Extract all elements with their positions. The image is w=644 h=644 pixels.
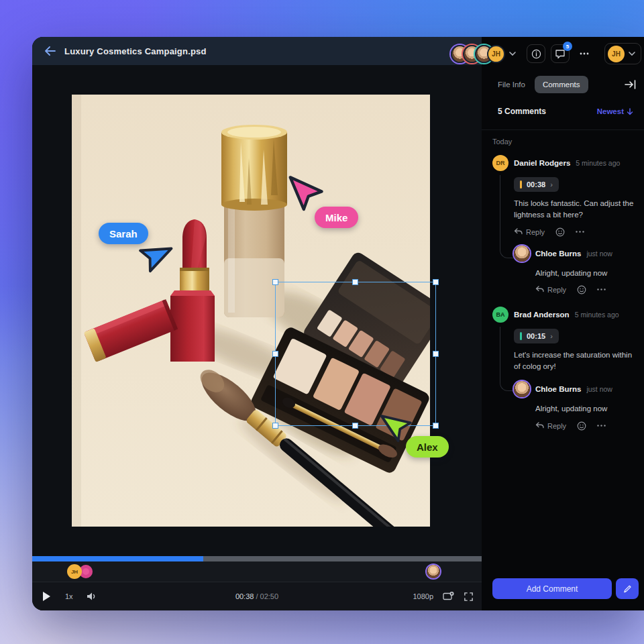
cursor-label-mike: Mike [315,207,358,228]
chevron-right-icon: › [550,332,553,340]
add-comment-button[interactable]: Add Comment [492,578,612,599]
comment-time: 5 minutes ago [576,159,620,167]
comments-badge: 5 [563,42,572,51]
player-topbar: Luxury Cosmetics Campaign.psd [32,37,482,65]
user-menu[interactable]: JH [604,43,641,64]
panel-tabs: File Info Comments [492,76,636,93]
timestamp-chip[interactable]: 00:15 › [514,329,559,343]
avatar-brad: BA [492,307,508,323]
reply-author: Chloe Burns [535,250,581,258]
reply-button[interactable]: Reply [535,422,566,430]
tab-file-info[interactable]: File Info [498,80,525,89]
selection-handle[interactable] [352,279,358,285]
selection-box[interactable] [275,282,436,426]
comment-item: BA Brad Anderson 5 minutes ago 00:15 › L… [492,307,637,431]
chevron-down-icon[interactable] [509,52,516,56]
reply-body: Alright, updating now [535,268,637,279]
collapse-panel-icon[interactable] [625,80,636,89]
more-options-button[interactable] [575,44,594,63]
arrow-down-icon [627,108,633,115]
comment-more-button[interactable] [576,231,584,233]
play-button[interactable] [43,592,50,601]
reply-author: Chloe Burns [535,385,581,393]
comments-button[interactable]: 5 [551,44,570,63]
chip-color-bar [520,332,522,340]
selection-handle[interactable] [272,423,278,429]
progress-fill [32,556,203,561]
quality-selector[interactable]: 1080p [413,592,433,600]
timeline-marker-jh[interactable]: JH [67,564,82,579]
comment-body: Let's increase the saturation within of … [514,350,635,373]
avatar-chloe [514,246,530,262]
reply-button[interactable]: Reply [535,286,566,294]
device-cast-icon[interactable] [443,592,454,602]
fullscreen-icon[interactable] [464,592,474,602]
avatar-chloe [514,381,530,397]
avatar-daniel: DR [492,155,508,171]
info-button[interactable] [527,44,545,63]
selection-handle[interactable] [433,279,439,285]
comment-body: This looks fantastic. Can adjust the lig… [514,198,635,221]
back-button[interactable] [43,44,56,58]
asset-image[interactable]: Sarah Mike Alex [72,95,430,527]
avatar-jh[interactable]: JH [487,45,505,63]
topbar-right-cluster: JH 5 JH [451,42,641,66]
annotate-button[interactable] [616,578,639,599]
timeline-marker-chloe[interactable] [427,565,440,578]
comment-time: 5 minutes ago [575,311,619,319]
comment-author: Daniel Rodgers [514,159,570,167]
comments-list: Today DR Daniel Rodgers 5 minutes ago 00… [492,138,637,564]
emoji-button[interactable] [577,421,586,431]
cursor-label-alex: Alex [406,436,449,458]
comment-item: DR Daniel Rodgers 5 minutes ago 00:38 › … [492,155,637,294]
emoji-button[interactable] [577,285,586,294]
playback-controls: 1x 00:38 / 02:50 1080p [32,582,482,610]
smiley-icon [555,227,565,237]
day-label: Today [492,138,637,146]
smiley-icon [577,285,586,294]
app-window: Luxury Cosmetics Campaign.psd [32,37,644,610]
timestamp-chip[interactable]: 00:38 › [514,177,559,192]
comment-timeline[interactable]: JH [32,561,482,582]
more-dots-icon [597,425,606,427]
comment-author: Brad Anderson [514,311,570,319]
selection-handle[interactable] [272,279,278,285]
comments-header: 5 Comments Newest [498,107,633,116]
divider [482,129,644,130]
comment-more-button[interactable] [597,288,606,290]
chip-color-bar [520,180,522,189]
chevron-down-icon [629,52,635,56]
tab-comments[interactable]: Comments [535,76,588,93]
emoji-button[interactable] [555,227,565,237]
reply-body: Alright, updating now [535,403,637,415]
selection-handle[interactable] [433,351,439,357]
reply-time: just now [586,250,612,258]
pen-icon [623,584,633,594]
player-area: Luxury Cosmetics Campaign.psd [32,37,482,610]
comment-more-button[interactable] [597,425,606,427]
comment-reply: Chloe Burns just now Alright, updating n… [514,246,637,294]
reply-button[interactable]: Reply [514,228,545,236]
sort-newest[interactable]: Newest [597,107,633,115]
selection-handle[interactable] [433,423,439,429]
progress-bar[interactable] [32,556,482,561]
comments-panel: File Info Comments 5 Comments Newest Tod… [482,37,644,610]
selection-handle[interactable] [272,351,278,357]
volume-icon[interactable] [87,592,97,601]
avatar-jh: JH [608,46,625,62]
comments-count: 5 Comments [498,107,546,116]
file-title: Luxury Cosmetics Campaign.psd [64,46,207,56]
more-dots-icon [576,231,584,233]
presence-avatars[interactable]: JH [451,45,516,63]
reply-time: just now [586,385,612,393]
chevron-right-icon: › [550,180,553,189]
playback-speed[interactable]: 1x [65,592,73,600]
comment-reply: Chloe Burns just now Alright, updating n… [514,381,637,430]
panel-footer: Add Comment [492,578,639,599]
more-dots-icon [597,288,606,290]
smiley-icon [577,421,586,431]
canvas-viewer[interactable]: Sarah Mike Alex [32,65,482,556]
reply-icon [535,286,544,293]
reply-icon [535,422,544,429]
selection-handle[interactable] [352,423,358,429]
